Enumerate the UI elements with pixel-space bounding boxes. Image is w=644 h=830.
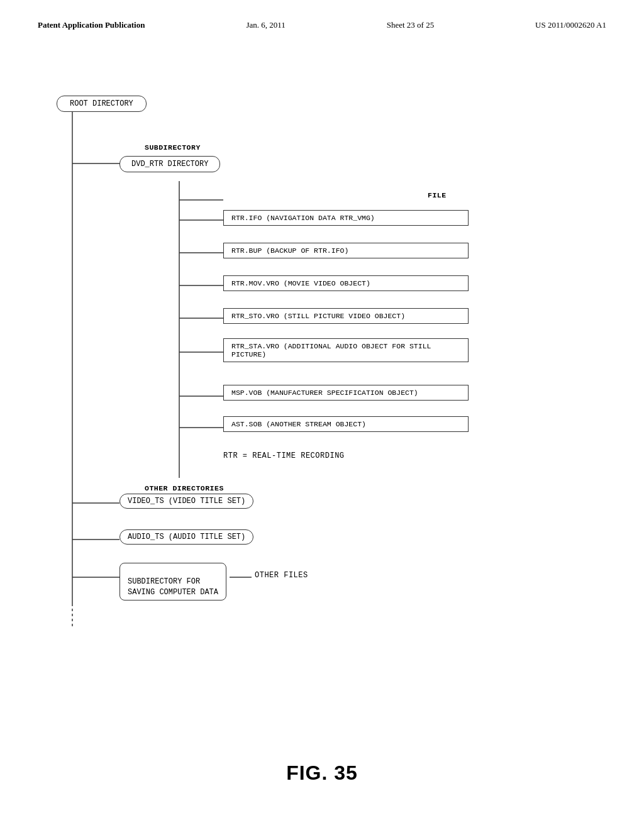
rtr-mov-node: RTR.MOV.VRO (MOVIE VIDEO OBJECT) <box>223 275 469 291</box>
sheet-label: Sheet 23 of 25 <box>387 20 434 30</box>
publication-label: Patent Application Publication <box>38 20 145 30</box>
other-files-label: OTHER FILES <box>255 571 308 580</box>
rtr-note: RTR = REAL-TIME RECORDING <box>223 451 345 460</box>
rtr-sto-node: RTR_STO.VRO (STILL PICTURE VIDEO OBJECT) <box>223 308 469 324</box>
subdirectory-label: SUBDIRECTORY <box>145 143 201 152</box>
date-label: Jan. 6, 2011 <box>246 20 285 30</box>
patent-number: US 2011/0002620 A1 <box>535 20 606 30</box>
video-ts-node: VIDEO_TS (VIDEO TITLE SET) <box>119 494 253 509</box>
subdirectory-comp-node: SUBDIRECTORY FORSAVING COMPUTER DATA <box>119 563 226 600</box>
audio-ts-node: AUDIO_TS (AUDIO TITLE SET) <box>119 529 253 545</box>
page-header: Patent Application Publication Jan. 6, 2… <box>0 0 644 30</box>
rtr-bup-node: RTR.BUP (BACKUP OF RTR.IFO) <box>223 243 469 258</box>
other-directories-label: OTHER DIRECTORIES <box>145 484 224 492</box>
msp-vob-node: MSP.VOB (MANUFACTURER SPECIFICATION OBJE… <box>223 385 469 401</box>
dvd-rtr-node: DVD_RTR DIRECTORY <box>119 156 220 172</box>
rtr-sta-node: RTR_STA.VRO (ADDITIONAL AUDIO OBJECT FOR… <box>223 338 469 362</box>
diagram-area: ROOT DIRECTORY SUBDIRECTORY DVD_RTR DIRE… <box>38 88 604 748</box>
file-label: FILE <box>428 191 447 199</box>
rtr-ifo-node: RTR.IFO (NAVIGATION DATA RTR_VMG) <box>223 210 469 226</box>
ast-sob-node: AST.SOB (ANOTHER STREAM OBJECT) <box>223 416 469 432</box>
figure-title: FIG. 35 <box>286 761 358 785</box>
root-directory-node: ROOT DIRECTORY <box>57 96 147 112</box>
